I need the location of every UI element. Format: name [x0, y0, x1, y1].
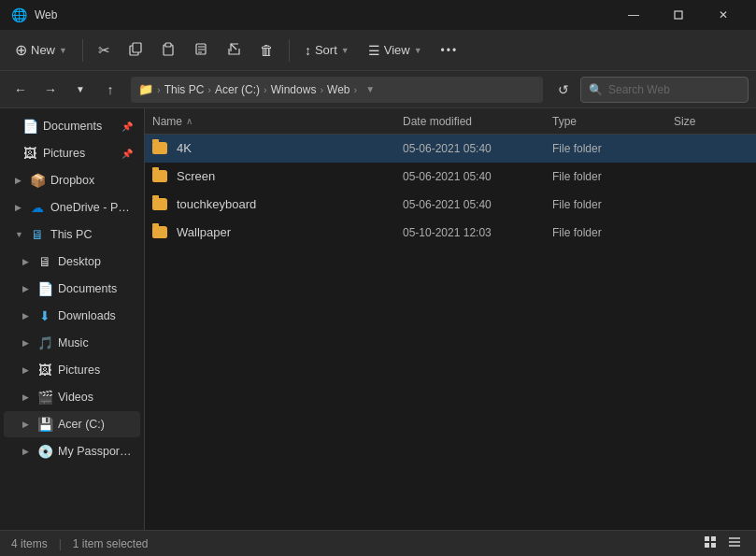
- column-header-type[interactable]: Type: [552, 115, 674, 128]
- breadcrumb-item-2[interactable]: Windows: [271, 83, 317, 96]
- breadcrumb-label-0: This PC: [164, 83, 205, 96]
- window-icon: 🌐: [11, 7, 27, 22]
- acer-icon: 💾: [37, 417, 52, 432]
- window-title: Web: [35, 8, 57, 21]
- sidebar-label-onedrive: OneDrive - Perso: [50, 201, 133, 214]
- rename-icon: [194, 42, 208, 59]
- toolbar-separator-1: [82, 39, 83, 62]
- sidebar-item-this-pc[interactable]: ▼ 🖥 This PC: [4, 221, 140, 248]
- column-date-label: Date modified: [403, 115, 472, 128]
- search-icon: 🔍: [589, 83, 603, 96]
- delete-button[interactable]: 🗑: [252, 36, 281, 65]
- svg-rect-12: [705, 543, 709, 548]
- breadcrumb-dropdown-button[interactable]: ▼: [361, 80, 379, 99]
- acer-chevron-icon: ▶: [22, 420, 32, 429]
- file-row-wallpaper[interactable]: Wallpaper 05-10-2021 12:03 File folder: [145, 219, 756, 247]
- sidebar-label-this-pc: This PC: [50, 228, 133, 241]
- sort-button[interactable]: ↕ Sort ▼: [297, 36, 357, 65]
- paste-icon: [162, 42, 176, 59]
- this-pc-icon: 🖥: [30, 227, 45, 242]
- pictures-icon: 🖼: [22, 146, 37, 161]
- search-box[interactable]: 🔍 Search Web: [580, 77, 749, 103]
- maximize-button[interactable]: [657, 0, 700, 30]
- this-pc-chevron-icon: ▼: [15, 230, 24, 239]
- svg-rect-11: [711, 536, 716, 541]
- file-type-touchkeyboard: File folder: [552, 198, 674, 211]
- new-button[interactable]: ⊕ New ▼: [7, 36, 75, 65]
- paste-button[interactable]: [154, 36, 183, 65]
- column-header-name[interactable]: Name ∧: [152, 115, 403, 128]
- title-bar-left: 🌐 Web: [11, 7, 57, 22]
- file-row-screen[interactable]: Screen 05-06-2021 05:40 File folder: [145, 163, 756, 191]
- sidebar-item-desktop[interactable]: ▶ 🖥 Desktop: [4, 249, 140, 275]
- pictures2-icon: 🖼: [37, 363, 52, 378]
- cut-button[interactable]: ✂: [91, 36, 118, 65]
- breadcrumb-item-0[interactable]: This PC: [164, 83, 205, 96]
- sidebar-item-onedrive[interactable]: ▶ ☁ OneDrive - Perso: [4, 194, 140, 221]
- file-type-wallpaper: File folder: [552, 226, 674, 239]
- title-bar-controls: — ✕: [612, 0, 745, 30]
- forward-button[interactable]: →: [37, 77, 64, 103]
- breadcrumb-folder-icon: 📁: [138, 82, 153, 96]
- sidebar-label-music: Music: [58, 336, 133, 349]
- detail-view-icon: [728, 535, 741, 551]
- up-icon: ↑: [107, 82, 114, 97]
- copy-icon: [129, 42, 143, 59]
- breadcrumb-arrow-3: ›: [320, 84, 323, 95]
- back-button[interactable]: ←: [7, 77, 34, 103]
- view-button[interactable]: ☰ View ▼: [361, 36, 430, 65]
- column-type-label: Type: [552, 115, 577, 128]
- more-button[interactable]: •••: [434, 36, 466, 65]
- breadcrumb-arrow-1: ›: [207, 84, 211, 95]
- sidebar-item-documents2[interactable]: ▶ 📄 Documents: [4, 276, 140, 302]
- breadcrumb-arrow-0: ›: [157, 84, 161, 95]
- sidebar-item-dropbox[interactable]: ▶ 📦 Dropbox: [4, 167, 140, 193]
- detail-view-svg: [728, 535, 741, 549]
- svg-rect-2: [133, 43, 141, 52]
- recent-locations-button[interactable]: ▼: [67, 77, 93, 103]
- detail-view-button[interactable]: [724, 534, 745, 554]
- file-row-touchkeyboard[interactable]: touchkeyboard 05-06-2021 05:40 File fold…: [145, 191, 756, 219]
- sidebar-item-downloads[interactable]: ▶ ⬇ Downloads: [4, 303, 140, 329]
- column-header-date[interactable]: Date modified: [403, 115, 552, 128]
- sidebar-item-my-passport[interactable]: ▶ 💿 My Passport (H: [4, 438, 140, 464]
- folder-icon-wallpaper: [152, 226, 167, 238]
- breadcrumb-arrow-2: ›: [264, 84, 267, 95]
- breadcrumb-bar[interactable]: 📁 › This PC › Acer (C:) › Windows › Web …: [131, 77, 543, 103]
- folder-icon-touchkeyboard: [152, 198, 167, 210]
- rename-button[interactable]: [187, 36, 216, 65]
- up-button[interactable]: ↑: [97, 77, 123, 103]
- share-button[interactable]: [220, 36, 249, 65]
- dropbox-icon: 📦: [30, 173, 45, 188]
- copy-button[interactable]: [121, 36, 150, 65]
- sort-icon: ↕: [305, 43, 311, 58]
- sidebar-item-music[interactable]: ▶ 🎵 Music: [4, 330, 140, 356]
- list-view-button[interactable]: [700, 534, 720, 554]
- back-icon: ←: [14, 82, 27, 97]
- search-placeholder: Search Web: [608, 83, 670, 96]
- sort-arrow-icon: ∧: [186, 116, 193, 126]
- sidebar-item-documents[interactable]: 📄 Documents 📌: [4, 113, 140, 139]
- sidebar-label-documents: Documents: [43, 120, 116, 133]
- delete-icon: 🗑: [260, 42, 274, 58]
- sidebar-item-pictures2[interactable]: ▶ 🖼 Pictures: [4, 357, 140, 383]
- file-row-4k[interactable]: 4K 05-06-2021 05:40 File folder: [145, 135, 756, 163]
- documents2-icon: 📄: [37, 281, 52, 296]
- column-header-size[interactable]: Size: [674, 115, 749, 128]
- toolbar: ⊕ New ▼ ✂: [0, 30, 756, 71]
- documents-pin-icon: 📌: [121, 121, 133, 132]
- share-icon: [227, 42, 241, 59]
- minimize-button[interactable]: —: [612, 0, 655, 30]
- breadcrumb-item-1[interactable]: Acer (C:): [215, 83, 260, 96]
- sidebar-item-videos[interactable]: ▶ 🎬 Videos: [4, 384, 140, 410]
- breadcrumb-item-3[interactable]: Web: [327, 83, 349, 96]
- sidebar-item-acer-c[interactable]: ▶ 💾 Acer (C:): [4, 411, 140, 437]
- downloads-chevron-icon: ▶: [22, 311, 32, 321]
- file-name-wallpaper: Wallpaper: [152, 225, 403, 239]
- music-icon: 🎵: [37, 335, 52, 350]
- close-button[interactable]: ✕: [702, 0, 745, 30]
- sidebar-item-pictures[interactable]: 🖼 Pictures 📌: [4, 140, 140, 166]
- sidebar-label-pictures2: Pictures: [58, 364, 133, 377]
- file-list-header: Name ∧ Date modified Type Size: [145, 108, 756, 135]
- refresh-button[interactable]: ↺: [550, 77, 577, 103]
